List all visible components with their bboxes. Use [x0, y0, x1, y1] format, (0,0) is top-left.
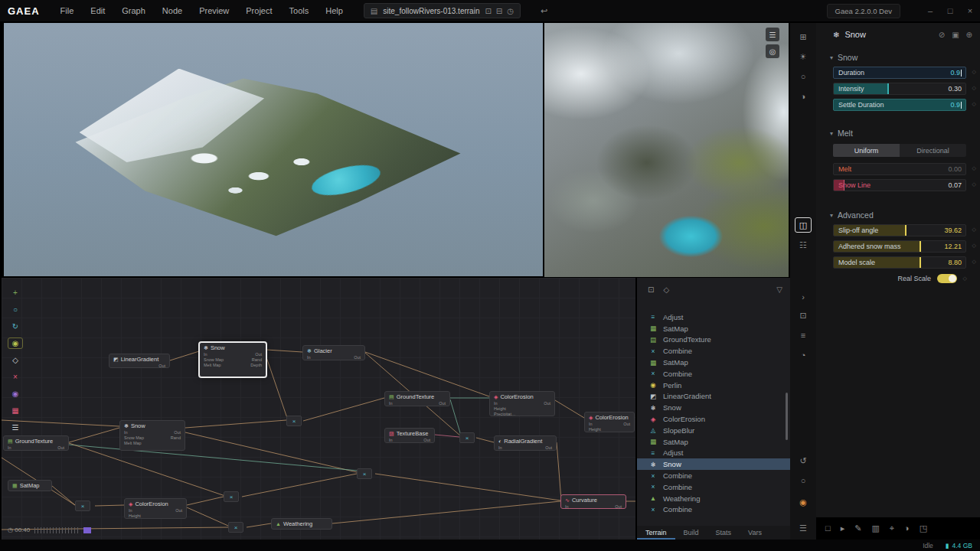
menu-project[interactable]: Project	[237, 0, 280, 21]
viewport-3d[interactable]	[4, 23, 543, 276]
slider-adhered-snow-mass[interactable]: Adhered snow mass12.21	[833, 240, 966, 253]
slider-slip-off-angle[interactable]: Slip-off angle39.62	[833, 224, 966, 236]
rotate-tool-icon[interactable]: ↻	[8, 321, 23, 332]
diamond-tool-icon[interactable]: ◇	[8, 354, 23, 366]
graph-node-snow[interactable]: ❄SnowInOutSnow MapRandMelt Map	[119, 420, 185, 451]
port-out[interactable]: Out	[439, 401, 446, 406]
graph-node-lineargradient[interactable]: ◩LinearGradientOut	[109, 354, 170, 368]
tab-stats[interactable]: Stats	[707, 526, 740, 540]
graph-node-colorerosion[interactable]: ◈ColorErosionInOutHeight	[124, 498, 187, 519]
port-in[interactable]: Snow Map	[204, 357, 224, 363]
rows-icon[interactable]: ☷	[795, 237, 812, 253]
port-out[interactable]: Depth	[250, 363, 262, 368]
port-in[interactable]: In	[589, 422, 593, 427]
graph-node-satmap[interactable]: ▦SatMap	[8, 480, 52, 491]
panel-toggle-icon[interactable]: ⊞	[795, 29, 812, 44]
port-in[interactable]: In	[129, 508, 132, 514]
file-tab[interactable]: ▤ site_followRivers-013.terrain ⊡⊟◷	[364, 3, 521, 18]
grid-tool-icon[interactable]: ▦	[8, 405, 23, 416]
split-view-icon[interactable]: ◫	[795, 217, 812, 233]
list-item-groundtexture[interactable]: ▤GroundTexture	[637, 334, 790, 346]
port-in[interactable]: Height	[589, 427, 601, 432]
list-item-combine[interactable]: ×Combine	[637, 368, 790, 380]
target-icon[interactable]: ⌖	[890, 523, 894, 533]
list-item-satmap[interactable]: ▦SatMap	[637, 357, 790, 368]
flask-icon[interactable]: ◉	[795, 494, 812, 510]
graph-node-colorerosion[interactable]: ◈ColorErosionInOutHeight	[584, 412, 635, 432]
port-out[interactable]: Rand	[252, 357, 262, 363]
filter-icon[interactable]: ▽	[776, 285, 782, 294]
segment-uniform[interactable]: Uniform	[833, 144, 900, 157]
port-out[interactable]: Out	[544, 401, 550, 406]
segment-directional[interactable]: Directional	[900, 144, 966, 157]
pen-icon[interactable]: ✎	[854, 523, 861, 533]
chart-icon[interactable]: ▥	[871, 523, 879, 533]
sphere-icon[interactable]: ◑	[795, 89, 812, 104]
copy-icon[interactable]: ⊡	[485, 7, 491, 15]
orb-tool-icon[interactable]: ◉	[8, 388, 23, 399]
port-in[interactable]: In	[565, 504, 569, 509]
timeline-marker[interactable]	[83, 527, 91, 533]
viewport-2d[interactable]: ☰◎	[544, 23, 789, 277]
menu-graph[interactable]: Graph	[113, 0, 154, 21]
collapse-icon[interactable]: ›	[795, 289, 812, 305]
graph-node-colorerosion[interactable]: ◈ColorErosionInOutHeightPrecipitat…	[489, 391, 555, 416]
list-item-weathering[interactable]: ▲Weathering	[637, 493, 790, 504]
graph-node-combine[interactable]: ×	[224, 491, 239, 502]
list-item-satmap[interactable]: ▦SatMap	[637, 323, 790, 334]
graph-node-curvature[interactable]: ∿CurvatureInOut	[560, 494, 626, 509]
port-in[interactable]: In	[498, 445, 502, 451]
graph-node-snow[interactable]: ❄SnowInOutSnow MapRandMelt MapDepth	[199, 342, 266, 377]
port-out[interactable]: Out	[57, 445, 64, 451]
real-scale-toggle[interactable]	[937, 274, 957, 283]
graph-node-glacier[interactable]: ❄GlacierInOut	[302, 345, 365, 360]
graph-node-combine[interactable]: ×	[228, 522, 243, 533]
tab-vars[interactable]: Vars	[740, 526, 770, 540]
list-item-slopeblur[interactable]: ◬SlopeBlur	[637, 425, 790, 436]
graph-node-radialgradient[interactable]: ◐RadialGradientInOut	[494, 435, 557, 451]
menu-icon[interactable]: ☰	[795, 520, 812, 536]
list-item-adjust[interactable]: ≡Adjust	[637, 311, 790, 323]
minimize-button[interactable]: –	[920, 0, 940, 21]
node-graph[interactable]: +○↻◉◇×◉▦☰ ◩LinearGradientOut❄SnowInOutSn…	[2, 278, 635, 540]
cursor-icon[interactable]: ▸	[841, 523, 845, 533]
port-in[interactable]: Snow Map	[124, 435, 144, 441]
port-in[interactable]: In	[204, 352, 207, 357]
undo-button[interactable]: ↩	[541, 6, 547, 16]
port-out[interactable]: Out	[175, 508, 182, 514]
port-out[interactable]: Out	[174, 430, 181, 435]
node-list-scrollbar[interactable]	[786, 393, 788, 440]
list-item-lineargradient[interactable]: ◩LinearGradient	[637, 391, 790, 403]
port-in[interactable]: In	[494, 401, 498, 406]
graph-node-texturebase[interactable]: ▨TextureBaseInOut	[384, 428, 435, 443]
port-out[interactable]: Out	[158, 364, 165, 368]
sun-icon[interactable]: ☀	[795, 49, 812, 64]
sliders-icon[interactable]: ≡	[795, 328, 812, 343]
list-item-colorerosion[interactable]: ◈ColorErosion	[637, 413, 790, 425]
port-out[interactable]: Out	[623, 422, 630, 427]
menu-help[interactable]: Help	[317, 0, 351, 21]
terrain-tool-icon[interactable]: ◉	[8, 337, 23, 349]
slider-intensity[interactable]: Intensity0.30	[833, 83, 966, 95]
slider-melt[interactable]: Melt0.00	[833, 163, 966, 175]
port-in[interactable]: In	[124, 430, 128, 435]
port-in[interactable]: Height	[129, 514, 141, 519]
move-tool-icon[interactable]: +	[8, 287, 23, 298]
port-in[interactable]: In	[307, 355, 311, 360]
port-out[interactable]: Rand	[171, 435, 181, 441]
graph-node-combine[interactable]: ×	[75, 500, 90, 511]
port-out[interactable]: Out	[354, 355, 361, 360]
list-tool-icon[interactable]: ☰	[8, 422, 23, 433]
slider-settle-duration[interactable]: Settle Duration0.9	[833, 99, 966, 111]
list-item-snow[interactable]: ❄Snow	[637, 458, 790, 470]
erase-tool-icon[interactable]: ×	[8, 371, 23, 383]
viewport-menu-icon[interactable]: ☰	[766, 28, 779, 41]
history-icon[interactable]: ◷	[507, 7, 514, 15]
export-icon[interactable]: ⊟	[496, 7, 502, 15]
droplet-icon[interactable]: ◔	[795, 347, 812, 363]
tab-build[interactable]: Build	[675, 526, 707, 540]
graph-node-combine[interactable]: ×	[459, 432, 475, 443]
list-item-combine[interactable]: ×Combine	[637, 470, 790, 481]
multi-select-icon[interactable]: ⊡	[648, 285, 654, 294]
graph-node-combine[interactable]: ×	[286, 416, 302, 426]
